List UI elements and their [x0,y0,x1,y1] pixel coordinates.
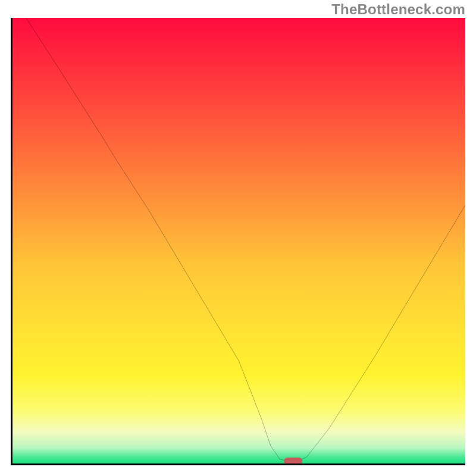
svg-rect-1 [284,458,302,464]
sweet-spot-marker [12,18,465,464]
chart-stage: TheBottleneck.com [0,0,476,476]
plot-area [11,18,465,465]
watermark-text: TheBottleneck.com [331,1,465,18]
